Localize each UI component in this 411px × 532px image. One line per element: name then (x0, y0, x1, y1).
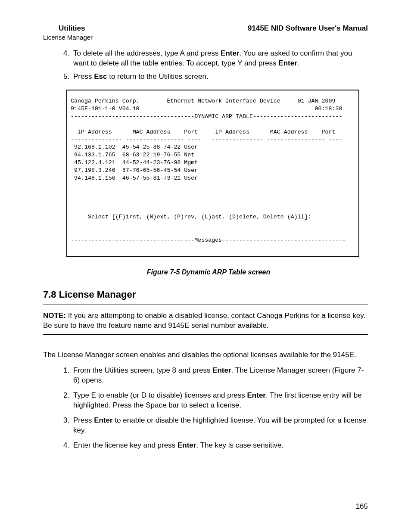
enter-key: Enter (212, 366, 231, 374)
body-paragraph: The License Manager screen enables and d… (43, 350, 368, 360)
section-rule (43, 305, 368, 305)
enter-key: Enter (247, 391, 266, 399)
step-4-text-e: . (297, 59, 299, 67)
step-b3-a: Press (73, 416, 94, 424)
step-5-text-a: Press (73, 72, 94, 81)
terminal-line-1: Canoga Perkins Corp. Ethernet Network In… (71, 98, 335, 104)
section-heading: 7.8 License Manager (43, 289, 368, 300)
note-block: NOTE: If you are attempting to enable a … (43, 311, 368, 331)
step-b4: Enter the license key and press Enter. T… (72, 441, 368, 451)
step-5: Press Esc to return to the Utilities scr… (72, 72, 368, 82)
enter-key: Enter (278, 59, 297, 67)
enter-key: Enter (221, 49, 239, 57)
step-b3: Press Enter to enable or disable the hig… (72, 416, 368, 436)
page-number: 165 (356, 502, 368, 511)
step-5-text-c: to return to the Utilities screen. (107, 72, 208, 81)
note-text: If you are attempting to enable a disabl… (43, 311, 365, 330)
step-4-text-a: To delete all the addresses, type A and … (73, 49, 221, 57)
terminal-line-2: 9145E-101-1-0 V04.10 00:18:38 (71, 106, 342, 112)
step-4: To delete all the addresses, type A and … (72, 49, 368, 68)
step-b1-a: From the Utilities screen, type 8 and pr… (73, 366, 212, 374)
enter-key: Enter (94, 416, 112, 424)
steps-bottom: From the Utilities screen, type 8 and pr… (43, 366, 368, 451)
terminal-row-0: 92.168.1.102 45-54-25-88-74-22 User (71, 144, 198, 150)
terminal-prompt: Select [(F)irst, (N)ext, (P)rev, (L)ast,… (71, 214, 311, 220)
terminal-col-rule: --------------- ----------------- ---- -… (71, 137, 342, 143)
enter-key: Enter (177, 441, 196, 449)
step-b4-a: Enter the license key and press (73, 441, 177, 449)
step-b2-a: Type E to enable (or D to disable) licen… (73, 391, 247, 399)
esc-key: Esc (94, 72, 107, 81)
page-subheader: License Manager (43, 34, 368, 41)
terminal-row-2: 45.122.4.121 44-52-44-23-76-98 Mgmt (71, 159, 198, 166)
page-header: Utilities 9145E NID Software User's Manu… (59, 24, 368, 33)
step-b3-c: to enable or disable the highlighted lic… (73, 416, 366, 434)
step-b2: Type E to enable (or D to disable) licen… (72, 391, 368, 411)
terminal-row-1: 94.133.1.765 68-63-22-19-76-55 Net (71, 152, 194, 158)
header-left: Utilities (59, 24, 85, 33)
terminal-rule-title: ------------------------------------DYNA… (71, 113, 342, 120)
figure-caption: Figure 7-5 Dynamic ARP Table screen (66, 268, 351, 276)
steps-top: To delete all the addresses, type A and … (43, 49, 368, 82)
step-b1: From the Utilities screen, type 8 and pr… (72, 366, 368, 386)
note-rule-bottom (43, 334, 368, 335)
terminal-screen: Canoga Perkins Corp. Ethernet Network In… (66, 90, 359, 257)
terminal-messages-rule: ------------------------------------Mess… (71, 237, 346, 243)
terminal-col-headers: IP Address MAC Address Port IP Address M… (71, 129, 335, 135)
terminal-row-4: 94.148.1.156 46-57-55-81-73-21 User (71, 175, 198, 181)
terminal-row-3: 97.198.3.246 67-76-65-56-45-54 User (71, 167, 198, 174)
header-right: 9145E NID Software User's Manual (248, 24, 368, 33)
step-b4-c: . The key is case sensitive. (196, 441, 283, 449)
note-label: NOTE: (43, 311, 66, 320)
